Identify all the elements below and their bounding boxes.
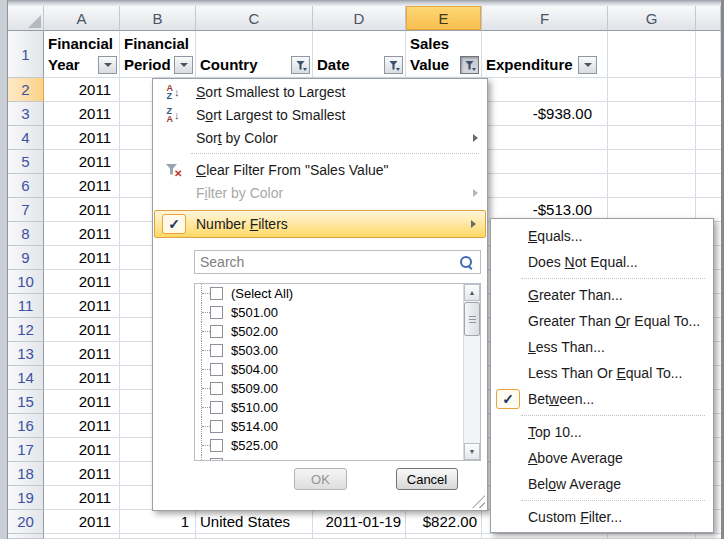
search-icon[interactable] — [459, 255, 474, 270]
column-header-g[interactable]: G — [608, 6, 696, 31]
scroll-down-button[interactable]: ▼ — [464, 443, 480, 460]
list-item[interactable]: $525.00 — [195, 436, 480, 455]
checkbox-unchecked[interactable] — [210, 344, 223, 357]
cell-empty[interactable] — [696, 126, 721, 150]
cell-country[interactable]: United States — [196, 510, 313, 534]
cell-sales-value[interactable]: $822.00 — [406, 510, 482, 534]
filter-dropdown-button-financial-year[interactable] — [98, 56, 117, 74]
row-header[interactable]: 13 — [8, 342, 44, 366]
cell-financial-year[interactable]: 2011 — [44, 246, 120, 270]
menu-item-clear-filter[interactable]: ✕ Clear Filter From "Sales Value" — [153, 158, 487, 181]
submenu-item-greater-than-or-equal[interactable]: Greater Than Or Equal To... — [491, 308, 713, 334]
menu-item-sort-by-color[interactable]: Sort by Color — [153, 126, 487, 149]
list-item[interactable]: $501.00 — [195, 303, 480, 322]
cell-financial-year[interactable]: 2011 — [44, 438, 120, 462]
row-header[interactable]: 5 — [8, 150, 44, 174]
cell-financial-period[interactable]: 1 — [120, 510, 196, 534]
cell-empty[interactable] — [608, 126, 696, 150]
filter-dropdown-button-expenditure[interactable] — [578, 56, 597, 74]
list-item[interactable]: $503.00 — [195, 341, 480, 360]
cell-financial-year[interactable]: 2011 — [44, 126, 120, 150]
cell-expenditure[interactable] — [482, 150, 608, 174]
cell-financial-year[interactable]: 2011 — [44, 342, 120, 366]
checkbox-unchecked[interactable] — [210, 306, 223, 319]
row-header[interactable]: 18 — [8, 462, 44, 486]
row-header[interactable]: 2 — [8, 78, 44, 102]
checkbox-unchecked[interactable] — [210, 439, 223, 452]
checkbox-unchecked[interactable] — [210, 363, 223, 376]
submenu-item-top-10[interactable]: Top 10... — [491, 419, 713, 445]
row-header[interactable]: 14 — [8, 366, 44, 390]
cell-financial-year[interactable]: 2011 — [44, 366, 120, 390]
list-item[interactable]: (Select All) — [195, 284, 480, 303]
row-header[interactable]: 6 — [8, 174, 44, 198]
cell-financial-year[interactable]: 2011 — [44, 318, 120, 342]
list-item[interactable]: $504.00 — [195, 360, 480, 379]
header-cell-empty-g[interactable] — [608, 31, 696, 78]
submenu-item-above-average[interactable]: Above Average — [491, 445, 713, 471]
checkbox-unchecked[interactable] — [210, 325, 223, 338]
menu-item-sort-largest-to-smallest[interactable]: ZA ↓ Sort Largest to Smallest — [153, 103, 487, 126]
row-header[interactable]: 16 — [8, 414, 44, 438]
row-header[interactable]: 3 — [8, 102, 44, 126]
row-header[interactable]: 17 — [8, 438, 44, 462]
list-item[interactable]: $502.00 — [195, 322, 480, 341]
cell-financial-year[interactable]: 2011 — [44, 390, 120, 414]
checkbox-unchecked[interactable] — [210, 287, 223, 300]
submenu-item-less-than-or-equal[interactable]: Less Than Or Equal To... — [491, 360, 713, 386]
submenu-item-between[interactable]: ✓ Between... — [491, 386, 713, 412]
row-header[interactable]: 20 — [8, 510, 44, 534]
cell-financial-year[interactable]: 2011 — [44, 270, 120, 294]
list-item[interactable]: $509.00 — [195, 379, 480, 398]
row-header-1[interactable]: 1 — [8, 31, 44, 78]
cell-empty[interactable] — [608, 174, 696, 198]
cell-expenditure[interactable] — [482, 126, 608, 150]
list-item[interactable]: $514.00 — [195, 417, 480, 436]
submenu-item-custom-filter[interactable]: Custom Filter... — [491, 504, 713, 530]
cell-empty[interactable] — [696, 174, 721, 198]
checkbox-unchecked[interactable] — [210, 382, 223, 395]
cell-financial-year[interactable]: 2011 — [44, 510, 120, 534]
cell-empty[interactable] — [608, 78, 696, 102]
header-cell-empty-partial[interactable] — [696, 31, 721, 78]
cell-financial-year[interactable]: 2011 — [44, 78, 120, 102]
cell-empty[interactable] — [696, 78, 721, 102]
resize-grip[interactable] — [472, 495, 485, 508]
menu-item-number-filters[interactable]: ✓ Number Filters — [154, 210, 486, 238]
row-header[interactable]: 11 — [8, 294, 44, 318]
cell-empty[interactable] — [608, 102, 696, 126]
row-header[interactable]: 9 — [8, 246, 44, 270]
row-header[interactable]: 19 — [8, 486, 44, 510]
column-header-d[interactable]: D — [313, 6, 406, 31]
row-header[interactable]: 8 — [8, 222, 44, 246]
list-item[interactable]: $510.00 — [195, 398, 480, 417]
submenu-item-equals[interactable]: Equals... — [491, 223, 713, 249]
column-header-partial[interactable] — [696, 6, 721, 31]
row-header[interactable]: 4 — [8, 126, 44, 150]
checkbox-unchecked[interactable] — [210, 420, 223, 433]
cell-financial-year[interactable]: 2011 — [44, 102, 120, 126]
cell-empty[interactable] — [696, 150, 721, 174]
menu-item-sort-smallest-to-largest[interactable]: AZ ↓ Sort Smallest to Largest — [153, 80, 487, 103]
row-header[interactable]: 7 — [8, 198, 44, 222]
column-header-e-selected[interactable]: E — [406, 6, 482, 31]
cell-expenditure[interactable] — [482, 78, 608, 102]
scroll-up-button[interactable]: ▲ — [464, 284, 480, 301]
list-scrollbar[interactable]: ▲ ▼ — [463, 284, 480, 460]
submenu-item-greater-than[interactable]: Greater Than... — [491, 282, 713, 308]
cell-expenditure[interactable] — [482, 174, 608, 198]
cell-expenditure[interactable]: -$938.00 — [482, 102, 608, 126]
submenu-item-less-than[interactable]: Less Than... — [491, 334, 713, 360]
column-header-b[interactable]: B — [120, 6, 196, 31]
cell-financial-year[interactable]: 2011 — [44, 174, 120, 198]
cell-empty[interactable] — [696, 102, 721, 126]
cell-empty[interactable] — [608, 150, 696, 174]
cell-date[interactable]: 2011-01-19 — [313, 510, 406, 534]
filter-active-button-date[interactable] — [384, 56, 403, 74]
cell-financial-year[interactable]: 2011 — [44, 198, 120, 222]
row-header[interactable]: 15 — [8, 390, 44, 414]
filter-active-button-country[interactable] — [291, 56, 310, 74]
column-header-f[interactable]: F — [482, 6, 608, 31]
cancel-button[interactable]: Cancel — [396, 468, 458, 490]
row-header[interactable]: 12 — [8, 318, 44, 342]
